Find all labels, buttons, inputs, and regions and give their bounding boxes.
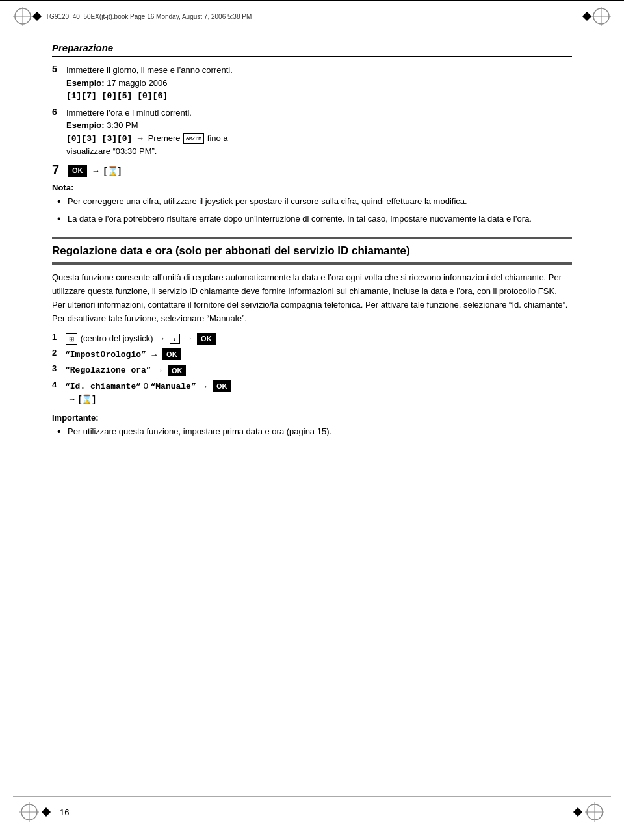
big-step-1-arrow2: → [184, 334, 192, 343]
step-6-example1: 3:30 PM [105, 120, 138, 130]
page-number: 16 [60, 807, 571, 817]
footer-diamond-left [42, 807, 51, 817]
big-step-2-content: “ImpostOrologio” → OK [65, 348, 182, 361]
step-6-text3: fino a [207, 133, 228, 143]
bullet-2-icon: • [57, 213, 66, 226]
step-7-ok-btn: OK [68, 165, 87, 177]
page-footer: 16 [0, 796, 624, 827]
step-5-text1: Immettere il giorno, il mese e l’anno co… [66, 65, 233, 75]
big-step-4-off-symbol: ⌛ [81, 394, 92, 404]
header-diamond-right [582, 12, 592, 21]
big-section-body: Questa funzione consente all’unità di re… [52, 271, 572, 325]
page-container: TG9120_40_50EX(jt-jt).book Page 16 Monda… [0, 0, 624, 840]
big-step-4-arrow1: → [200, 382, 208, 391]
step-5-number: 5 [52, 64, 66, 74]
big-step-3-number: 3 [52, 363, 65, 373]
big-step-2-ok: OK [162, 348, 181, 360]
big-step-4: 4 “Id. chiamante” 0 “Manuale” → OK → [⌛] [52, 380, 572, 407]
big-step-4-arrow2: → [65, 394, 76, 404]
step-7: 7 OK → [⌛] [52, 162, 572, 178]
importante-label: Importante: [52, 413, 572, 423]
big-step-3-arrow: → [155, 365, 163, 375]
step-7-bracket-close: ] [118, 165, 122, 176]
big-step-3-ok: OK [168, 365, 187, 376]
nota-bullet-1: • Per correggere una cifra, utilizzare i… [52, 195, 572, 209]
big-step-2-number: 2 [52, 348, 65, 358]
step-6-text4: visualizzare “03:30 PM”. [66, 146, 157, 156]
step-7-off-symbol: ⌛ [107, 165, 118, 176]
header-crosshair-left [13, 7, 32, 26]
big-step-4-number: 4 [52, 380, 65, 389]
big-step-2-mono: “ImpostOrologio” [65, 350, 146, 360]
step-5-content: Immettere il giorno, il mese e l’anno co… [66, 64, 572, 103]
big-step-2: 2 “ImpostOrologio” → OK [52, 348, 572, 361]
step-6-text2: Premere [148, 133, 183, 143]
page-header: TG9120_40_50EX(jt-jt).book Page 16 Monda… [0, 0, 624, 26]
header-crosshair-right [592, 7, 611, 26]
big-step-3: 3 “Regolazione ora” → OK [52, 363, 572, 377]
footer-inner: 16 [13, 796, 611, 827]
header-diamond-left [32, 12, 42, 21]
step-7-content: OK → [⌛] [68, 163, 121, 178]
step-6-bold1: Esempio: [66, 120, 105, 130]
big-step-3-content: “Regolazione ora” → OK [65, 363, 187, 377]
step-6-keys1: [0][3] [3][0] [66, 134, 132, 144]
big-step-1-content: ⊞ (centro del joystick) → i → OK [65, 332, 216, 345]
big-step-4-mono2: “Manuale” [151, 382, 196, 391]
nota-section: Nota: • Per correggere una cifra, utiliz… [52, 183, 572, 226]
big-step-4-mono1: “Id. chiamante” [65, 382, 141, 391]
big-step-1-text: (centro del joystick) [81, 334, 153, 343]
header-text: TG9120_40_50EX(jt-jt).book Page 16 Monda… [46, 13, 578, 20]
step-7-number: 7 [52, 162, 68, 177]
big-step-1: 1 ⊞ (centro del joystick) → i → OK [52, 332, 572, 345]
step-6-number: 6 [52, 107, 66, 117]
footer-crosshair-left [20, 802, 39, 822]
bullet-1-icon: • [57, 195, 66, 209]
nota-bullet-2: • La data e l’ora potrebbero risultare e… [52, 213, 572, 226]
step-5-keys1: [1][7] [0][5] [0][6] [66, 91, 168, 101]
footer-crosshair-right [585, 802, 604, 822]
step-6-arrow: → [136, 133, 144, 143]
big-step-3-mono: “Regolazione ora” [65, 365, 151, 375]
nota-bullet-2-text: La data e l’ora potrebbero risultare err… [68, 213, 532, 226]
step-5-bold1: Esempio: [66, 78, 105, 88]
big-section: Regolazione data e ora (solo per abbonat… [52, 237, 572, 440]
big-step-4-ok: OK [213, 380, 231, 392]
big-step-1-arrow1: → [157, 334, 165, 343]
i-icon: i [170, 334, 180, 344]
ampm-icon: AM/PM [183, 133, 204, 144]
importante-bullet-1-icon: • [57, 425, 66, 439]
step-7-arrow: → [92, 166, 100, 176]
main-content: Preparazione 5 Immettere il giorno, il m… [0, 29, 624, 469]
importante-section: Importante: • Per utilizzare questa funz… [52, 413, 572, 439]
big-step-1-ok: OK [197, 333, 216, 345]
importante-bullet-1-text: Per utilizzare questa funzione, impostar… [68, 425, 332, 438]
step-5-example1: 17 maggio 2006 [105, 78, 168, 88]
big-step-4-bracket-close: ] [92, 394, 96, 404]
big-step-1-number: 1 [52, 332, 65, 342]
nota-label: Nota: [52, 183, 572, 192]
nota-bullet-1-text: Per correggere una cifra, utilizzare il … [68, 195, 467, 208]
footer-diamond-right [573, 807, 582, 817]
step-6-content: Immettere l’ora e i minuti correnti. Ese… [66, 107, 572, 158]
big-step-2-arrow: → [150, 350, 158, 360]
joystick-icon: ⊞ [66, 333, 77, 345]
step-5: 5 Immettere il giorno, il mese e l’anno … [52, 64, 572, 103]
step-6: 6 Immettere l’ora e i minuti correnti. E… [52, 107, 572, 158]
step-6-text1: Immettere l’ora e i minuti correnti. [66, 108, 192, 118]
big-step-4-content: “Id. chiamante” 0 “Manuale” → OK → [⌛] [65, 380, 231, 407]
section-title: Preparazione [52, 42, 572, 57]
importante-bullet-1: • Per utilizzare questa funzione, impost… [52, 425, 572, 439]
big-step-4-text2: 0 [144, 381, 151, 391]
big-section-heading: Regolazione data e ora (solo per abbonat… [52, 237, 572, 265]
